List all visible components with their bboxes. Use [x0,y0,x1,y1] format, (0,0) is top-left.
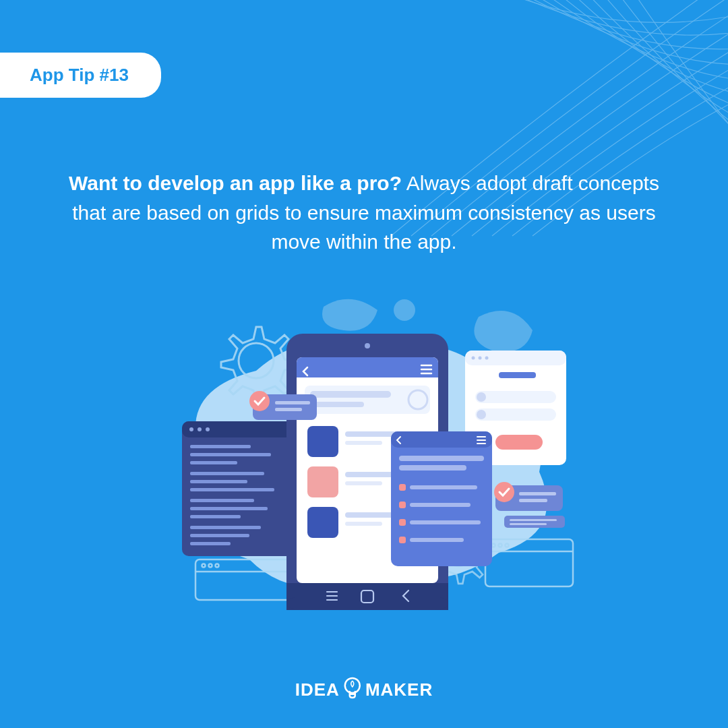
svg-rect-27 [190,526,261,529]
svg-rect-38 [475,408,556,421]
svg-point-39 [477,410,486,419]
svg-rect-28 [190,534,249,537]
svg-point-90 [494,482,514,502]
svg-rect-68 [391,431,492,566]
svg-rect-61 [345,522,382,526]
svg-rect-40 [495,435,543,450]
svg-rect-89 [519,499,547,502]
svg-point-16 [198,427,202,431]
svg-rect-45 [297,372,438,377]
svg-rect-75 [399,484,406,491]
svg-rect-92 [510,519,557,521]
brand-logo: IDEA MAKER [295,677,433,702]
svg-point-42 [365,343,370,348]
svg-point-34 [485,357,489,360]
svg-rect-82 [410,538,464,542]
svg-rect-50 [310,391,391,398]
logo-left: IDEA [295,679,340,700]
svg-rect-73 [399,456,484,461]
svg-point-86 [249,391,270,411]
svg-rect-91 [504,516,565,528]
svg-rect-18 [190,445,251,448]
svg-rect-84 [275,401,310,404]
svg-rect-24 [190,499,254,502]
svg-rect-76 [410,485,477,489]
svg-rect-88 [519,492,556,495]
svg-rect-78 [410,503,471,507]
svg-rect-26 [190,515,241,518]
svg-point-6 [209,564,212,568]
headline: Want to develop an app like a pro? Alway… [54,169,674,257]
svg-rect-77 [399,502,406,508]
svg-rect-51 [310,402,364,407]
svg-rect-21 [190,472,264,475]
svg-point-32 [472,357,475,360]
svg-point-7 [216,564,219,568]
svg-point-5 [202,564,206,568]
app-illustration [135,270,593,620]
svg-rect-54 [345,431,399,437]
svg-rect-53 [307,426,338,457]
svg-rect-79 [399,519,406,526]
svg-rect-74 [399,465,466,471]
svg-rect-36 [475,391,556,403]
svg-rect-56 [307,466,338,497]
tip-badge: App Tip #13 [0,53,161,98]
svg-rect-59 [307,507,338,538]
wireframe-window [485,539,573,586]
svg-point-33 [479,357,482,360]
svg-point-37 [477,392,486,402]
svg-rect-25 [190,507,268,510]
svg-rect-19 [190,453,271,456]
svg-rect-81 [399,537,406,543]
svg-rect-55 [345,441,382,445]
svg-rect-23 [190,488,274,491]
svg-point-15 [189,427,193,431]
svg-rect-69 [391,431,492,448]
svg-point-94 [345,678,360,693]
tip-badge-label: App Tip #13 [30,65,129,85]
notification-badge [249,391,317,420]
svg-point-17 [206,427,210,431]
logo-right: MAKER [365,679,433,700]
svg-rect-80 [410,520,481,524]
svg-rect-85 [275,408,302,411]
svg-rect-20 [190,461,237,464]
floating-card [391,431,492,566]
svg-rect-29 [190,542,231,545]
svg-rect-49 [305,386,430,414]
lightbulb-icon [344,677,361,702]
svg-point-0 [394,299,415,321]
svg-rect-22 [190,480,247,483]
svg-rect-58 [345,481,382,485]
svg-rect-93 [510,523,547,525]
code-window [182,421,297,556]
headline-bold: Want to develop an app like a pro? [69,172,402,194]
notification-badge [494,482,565,528]
svg-rect-35 [499,372,536,378]
